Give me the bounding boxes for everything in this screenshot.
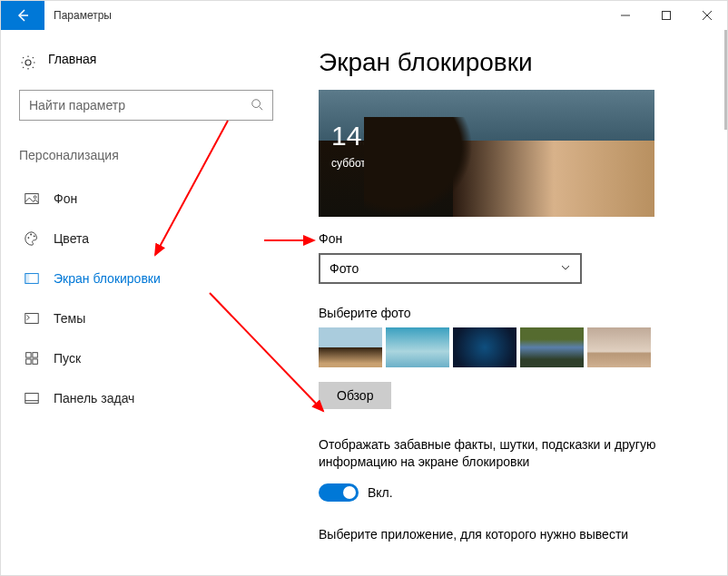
home-label: Главная xyxy=(48,52,96,66)
nav-item-label: Цвета xyxy=(54,231,89,246)
photo-thumb[interactable] xyxy=(319,327,382,367)
sidebar-item-taskbar[interactable]: Панель задач xyxy=(19,380,273,416)
toggle-state-label: Вкл. xyxy=(368,485,393,500)
window-titlebar: Параметры xyxy=(1,1,727,30)
sidebar-item-start[interactable]: Пуск xyxy=(19,340,273,376)
section-title: Персонализация xyxy=(19,148,273,162)
window-title: Параметры xyxy=(44,9,112,22)
chevron-down-icon xyxy=(560,261,571,276)
search-icon xyxy=(251,98,263,113)
svg-rect-15 xyxy=(26,353,31,357)
themes-icon xyxy=(23,310,41,327)
back-button[interactable] xyxy=(1,1,44,30)
back-arrow-icon xyxy=(15,8,30,23)
nav-item-label: Пуск xyxy=(54,351,81,366)
facts-toggle[interactable] xyxy=(319,483,359,502)
page-title: Экран блокировки xyxy=(319,48,700,77)
search-placeholder: Найти параметр xyxy=(29,98,251,112)
photo-thumb[interactable] xyxy=(587,327,651,367)
svg-point-5 xyxy=(252,99,261,107)
main-panel: Экран блокировки 14:00 суббота, 16 сентя… xyxy=(291,30,727,575)
sidebar-item-lockscreen[interactable]: Экран блокировки xyxy=(19,260,273,297)
dropdown-value: Фото xyxy=(330,261,359,276)
maximize-icon xyxy=(662,11,671,20)
svg-rect-13 xyxy=(25,274,30,284)
sidebar: Главная Найти параметр Персонализация Фо… xyxy=(1,30,291,575)
photo-thumb[interactable] xyxy=(520,327,584,367)
home-link[interactable]: Главная xyxy=(19,52,273,73)
taskbar-icon xyxy=(23,390,41,406)
background-label: Фон xyxy=(319,231,700,246)
picture-icon xyxy=(23,190,41,207)
svg-rect-17 xyxy=(26,359,31,364)
choose-photo-label: Выберите фото xyxy=(319,306,700,320)
background-dropdown[interactable]: Фото xyxy=(319,253,582,284)
svg-line-6 xyxy=(260,106,263,110)
svg-rect-16 xyxy=(33,353,37,357)
svg-point-11 xyxy=(34,235,35,237)
close-icon xyxy=(703,11,712,20)
lockscreen-icon xyxy=(23,270,41,287)
photo-thumbnails xyxy=(319,327,700,367)
sidebar-item-background[interactable]: Фон xyxy=(19,181,273,217)
nav-item-label: Темы xyxy=(54,311,85,326)
sidebar-item-colors[interactable]: Цвета xyxy=(19,220,273,257)
nav-item-label: Фон xyxy=(54,191,77,206)
browse-button[interactable]: Обзор xyxy=(319,382,391,409)
close-button[interactable] xyxy=(686,1,727,30)
svg-point-10 xyxy=(30,234,32,236)
scrollbar[interactable] xyxy=(724,30,727,130)
svg-rect-7 xyxy=(25,194,38,204)
preview-time: 14:00 xyxy=(331,121,399,151)
photo-thumb[interactable] xyxy=(386,327,449,367)
gear-icon xyxy=(19,54,37,71)
facts-toggle-label: Отображать забавные факты, шутки, подска… xyxy=(319,436,682,471)
svg-rect-18 xyxy=(33,359,37,364)
start-icon xyxy=(23,350,41,366)
minimize-button[interactable] xyxy=(605,1,645,30)
svg-rect-19 xyxy=(25,394,38,404)
minimize-icon xyxy=(621,11,630,20)
photo-thumb[interactable] xyxy=(453,327,516,367)
lockscreen-preview: 14:00 суббота, 16 сентября xyxy=(319,90,654,217)
search-input[interactable]: Найти параметр xyxy=(19,90,273,121)
nav-item-label: Панель задач xyxy=(54,391,134,405)
palette-icon xyxy=(23,230,41,247)
app-select-label: Выберите приложение, для которого нужно … xyxy=(319,527,682,542)
maximize-button[interactable] xyxy=(645,1,686,30)
nav-item-label: Экран блокировки xyxy=(54,271,161,286)
svg-point-8 xyxy=(34,196,36,199)
svg-rect-2 xyxy=(662,12,670,20)
sidebar-item-themes[interactable]: Темы xyxy=(19,300,273,337)
preview-date: суббота, 16 сентября xyxy=(331,157,439,170)
svg-point-9 xyxy=(28,237,30,239)
